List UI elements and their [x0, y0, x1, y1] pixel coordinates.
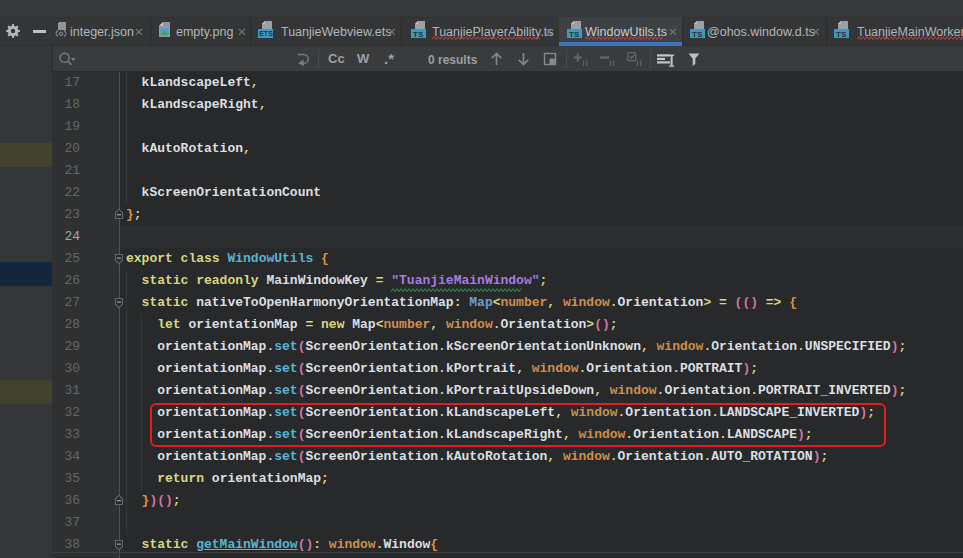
svg-text:TS: TS [569, 30, 580, 39]
